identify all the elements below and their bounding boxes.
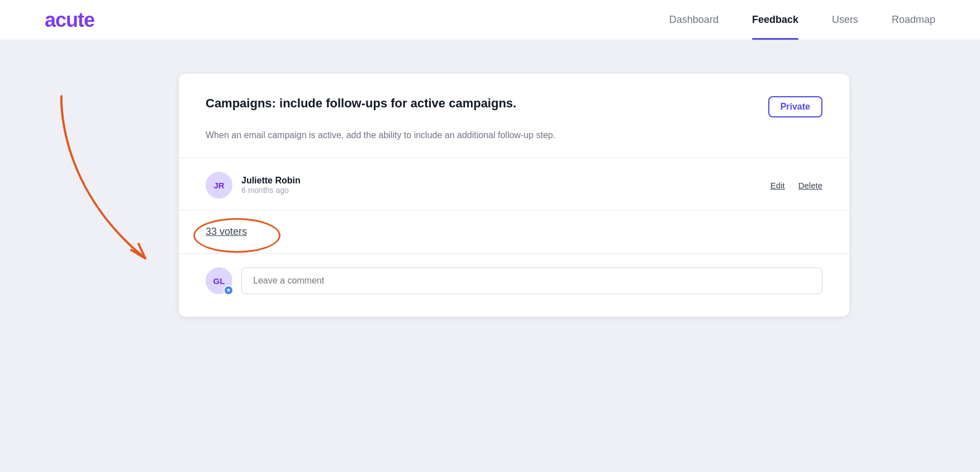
author-time: 6 months ago: [241, 186, 301, 195]
comment-input[interactable]: [241, 267, 822, 294]
feedback-card: Campaigns: include follow-ups for active…: [179, 74, 849, 317]
nav-item-dashboard[interactable]: Dashboard: [669, 0, 719, 40]
author-name: Juliette Robin: [241, 176, 301, 186]
nav-item-roadmap[interactable]: Roadmap: [892, 0, 935, 40]
commenter-avatar: GL: [206, 267, 232, 294]
card-description: When an email campaign is active, add th…: [206, 129, 822, 142]
avatar-badge: [223, 285, 234, 295]
card-header: Campaigns: include follow-ups for active…: [206, 96, 822, 117]
author-actions: Edit Delete: [770, 181, 822, 190]
author-avatar: JR: [206, 172, 232, 199]
header: acute Dashboard Feedback Users Roadmap: [0, 0, 980, 40]
card-title: Campaigns: include follow-ups for active…: [206, 96, 746, 111]
arrow-annotation: [45, 85, 190, 286]
voters-section: 33 voters: [206, 210, 822, 253]
app-logo: acute: [45, 8, 94, 32]
main-nav: Dashboard Feedback Users Roadmap: [669, 0, 935, 40]
author-info: Juliette Robin 6 months ago: [241, 176, 301, 195]
delete-link[interactable]: Delete: [798, 181, 822, 190]
voters-link[interactable]: 33 voters: [206, 226, 247, 238]
author-row: JR Juliette Robin 6 months ago Edit Dele…: [206, 158, 822, 210]
author-left: JR Juliette Robin 6 months ago: [206, 172, 301, 199]
main-content: Campaigns: include follow-ups for active…: [0, 40, 980, 350]
edit-link[interactable]: Edit: [770, 181, 785, 190]
nav-item-users[interactable]: Users: [832, 0, 858, 40]
private-button[interactable]: Private: [768, 96, 822, 117]
comment-row: GL: [206, 254, 822, 294]
nav-item-feedback[interactable]: Feedback: [752, 0, 798, 40]
